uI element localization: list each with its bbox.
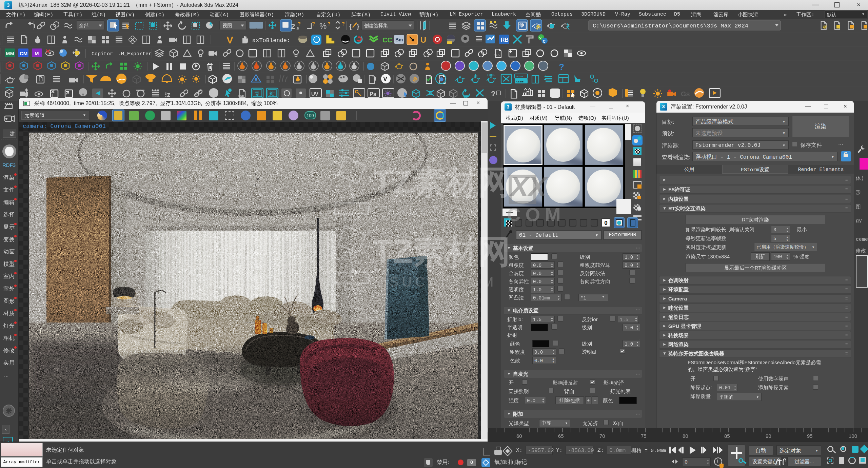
svg-text:Gs: Gs: [681, 90, 690, 98]
svg-text:?: ?: [559, 62, 564, 72]
svg-text:⁝z: ⁝z: [165, 91, 170, 98]
svg-text:视图: 视图: [222, 23, 232, 28]
svg-text:CM: CM: [20, 51, 27, 56]
svg-text:MM: MM: [6, 51, 14, 56]
svg-text:sence: sence: [516, 75, 523, 78]
svg-text:?: ?: [328, 21, 331, 26]
svg-text:.M_Exporter: .M_Exporter: [118, 51, 152, 57]
svg-text:CAD: CAD: [238, 94, 244, 98]
svg-text:V: V: [383, 76, 387, 82]
svg-text:创建选择集: 创建选择集: [364, 23, 388, 28]
svg-text:TOOL: TOOL: [487, 73, 495, 77]
svg-text:UV: UV: [311, 91, 318, 97]
svg-text:%: %: [319, 21, 327, 31]
svg-text:V: V: [226, 34, 233, 45]
svg-text:C:\Users\Administrator\Documen: C:\Users\Administrator\Documents\3ds Max…: [593, 23, 748, 29]
svg-text:Copitor: Copitor: [92, 51, 113, 57]
svg-text:C: C: [543, 39, 546, 43]
svg-text:?: ?: [491, 90, 495, 98]
svg-text:?: ?: [342, 21, 345, 26]
svg-text:U: U: [420, 35, 426, 44]
svg-text:M: M: [35, 51, 39, 56]
svg-text:?: ?: [298, 21, 301, 26]
svg-text:CC: CC: [382, 36, 392, 44]
svg-text:Bm: Bm: [395, 37, 403, 42]
svg-text:2: 2: [291, 22, 295, 31]
svg-text:.5: .5: [296, 26, 299, 31]
svg-text:CAD: CAD: [494, 54, 500, 57]
svg-text:全部: 全部: [79, 23, 88, 28]
svg-text:axToBlende:: axToBlende:: [252, 37, 290, 44]
svg-text:}: }: [357, 23, 359, 30]
svg-text:?: ?: [312, 21, 315, 26]
svg-text:ASSET: ASSET: [516, 80, 525, 83]
svg-text:粘: 粘: [269, 91, 275, 97]
svg-text:RB: RB: [501, 37, 509, 43]
svg-text:复: 复: [254, 91, 260, 97]
svg-text:Ps: Ps: [370, 91, 376, 97]
svg-text:{: {: [349, 23, 352, 30]
svg-text:V: V: [539, 36, 542, 40]
